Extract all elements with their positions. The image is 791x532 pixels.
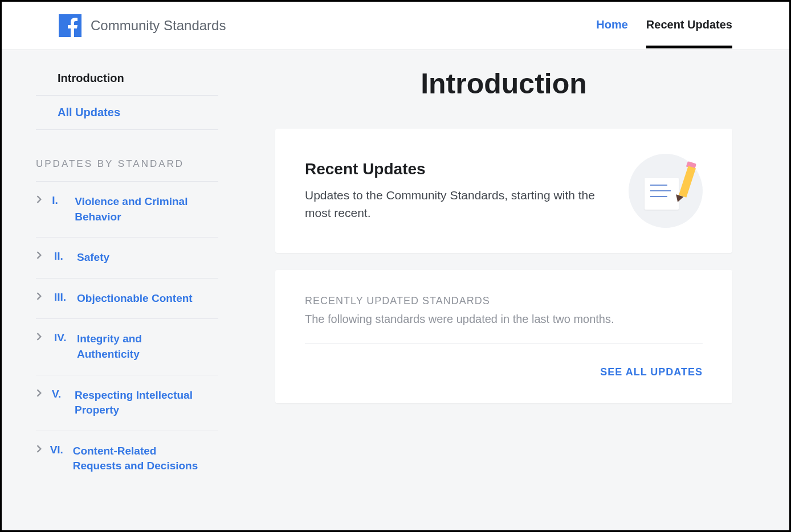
roman-numeral: IV. [54, 332, 75, 344]
content-area: Introduction All Updates UPDATES BY STAN… [2, 50, 789, 530]
chevron-right-icon [36, 333, 47, 343]
sidebar: Introduction All Updates UPDATES BY STAN… [2, 50, 230, 530]
sidebar-all-updates[interactable]: All Updates [36, 96, 218, 130]
notes-pencil-icon [629, 154, 703, 228]
chevron-right-icon [36, 292, 47, 302]
roman-numeral: III. [54, 291, 75, 304]
sidebar-all-updates-label: All Updates [58, 106, 120, 118]
standard-label: Integrity and Authenticity [77, 332, 207, 362]
facebook-logo-icon[interactable] [59, 14, 81, 37]
standard-label: Objectionable Content [77, 291, 193, 306]
header-left: Community Standards [59, 14, 226, 37]
recent-updates-card: Recent Updates Updates to the Community … [275, 129, 732, 253]
page-title: Introduction [275, 67, 732, 100]
card2-header: RECENTLY UPDATED STANDARDS [305, 295, 703, 307]
header: Community Standards Home Recent Updates [2, 2, 789, 50]
nav-recent-updates[interactable]: Recent Updates [646, 18, 732, 34]
card-desc: Updates to the Community Standards, star… [305, 186, 606, 222]
standard-item-safety[interactable]: II. Safety [36, 238, 218, 279]
standard-label: Content-Related Requests and Decisions [73, 444, 207, 474]
site-title: Community Standards [91, 18, 226, 34]
sidebar-section-header: UPDATES BY STANDARD [36, 130, 218, 182]
standard-item-ip[interactable]: V. Respecting Intellectual Property [36, 375, 218, 431]
standard-label: Safety [77, 250, 109, 265]
standard-item-content-requests[interactable]: VI. Content-Related Requests and Decisio… [36, 431, 218, 486]
sidebar-introduction-label: Introduction [58, 72, 124, 84]
chevron-right-icon [36, 445, 43, 455]
card-text: Recent Updates Updates to the Community … [305, 160, 606, 222]
chevron-right-icon [36, 251, 47, 261]
standard-item-violence[interactable]: I. Violence and Criminal Behavior [36, 182, 218, 238]
chevron-right-icon [36, 195, 45, 206]
standard-item-objectionable[interactable]: III. Objectionable Content [36, 279, 218, 320]
card-row: Recent Updates Updates to the Community … [305, 154, 703, 228]
header-nav: Home Recent Updates [596, 18, 732, 34]
roman-numeral: VI. [50, 444, 71, 456]
standard-label: Respecting Intellectual Property [75, 388, 207, 418]
roman-numeral: I. [52, 194, 72, 207]
standard-label: Violence and Criminal Behavior [75, 194, 207, 224]
see-all-updates-link[interactable]: SEE ALL UPDATES [305, 366, 703, 378]
divider [305, 343, 703, 343]
nav-home[interactable]: Home [596, 18, 628, 34]
roman-numeral: V. [52, 388, 72, 400]
chevron-right-icon [36, 389, 45, 399]
card-title: Recent Updates [305, 160, 606, 178]
standard-item-integrity[interactable]: IV. Integrity and Authenticity [36, 319, 218, 375]
roman-numeral: II. [54, 250, 75, 263]
main-content: Introduction Recent Updates Updates to t… [230, 50, 789, 530]
sidebar-introduction[interactable]: Introduction [36, 62, 218, 96]
card2-desc: The following standards were updated in … [305, 313, 703, 326]
recently-updated-card: RECENTLY UPDATED STANDARDS The following… [275, 270, 732, 403]
